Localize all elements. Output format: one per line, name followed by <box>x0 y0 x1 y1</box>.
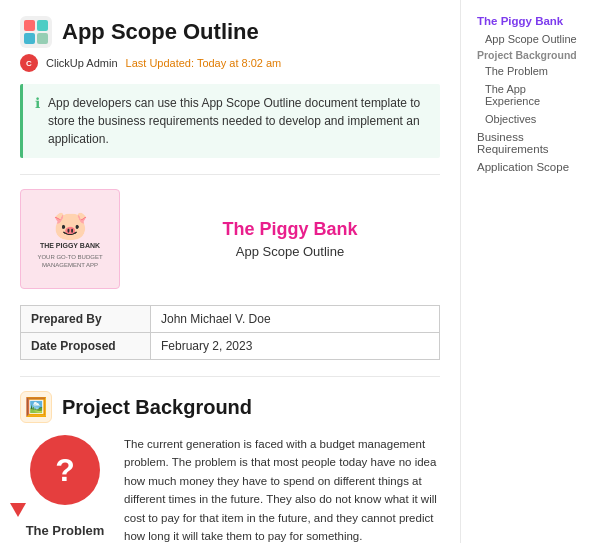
bubble-tail <box>10 503 26 517</box>
avatar: C <box>20 54 38 72</box>
table-label: Prepared By <box>21 306 151 333</box>
sidebar-item[interactable]: Objectives <box>471 110 590 128</box>
hero-subtitle: App Scope Outline <box>140 244 440 259</box>
main-content: App Scope Outline C ClickUp Admin Last U… <box>0 0 460 543</box>
table-row: Prepared ByJohn Michael V. Doe <box>21 306 440 333</box>
app-icon <box>20 16 52 48</box>
question-bubble: ? <box>30 435 100 505</box>
info-text: App developers can use this App Scope Ou… <box>48 94 428 148</box>
sidebar-item[interactable]: Project Background <box>471 43 583 64</box>
sidebar-item[interactable]: Business Requirements <box>471 128 590 158</box>
hero-image-title: THE PIGGY BANK <box>40 242 100 250</box>
project-bg-content: ? The Problem The current generation is … <box>20 435 440 543</box>
sidebar-item[interactable]: Application Scope <box>471 158 590 176</box>
divider-1 <box>20 174 440 175</box>
sidebar-item[interactable]: The Problem <box>471 62 590 80</box>
info-icon: ℹ <box>35 95 40 111</box>
problem-bubble-container: ? The Problem <box>20 435 110 538</box>
piggy-icon: 🐷 <box>53 209 88 242</box>
meta-row: C ClickUp Admin Last Updated: Today at 8… <box>20 54 440 72</box>
problem-description: The current generation is faced with a b… <box>124 435 440 543</box>
hero-image: 🐷 THE PIGGY BANK YOUR GO-TO BUDGET MANAG… <box>20 189 120 289</box>
divider-2 <box>20 376 440 377</box>
info-box: ℹ App developers can use this App Scope … <box>20 84 440 158</box>
meta-updated: Last Updated: Today at 8:02 am <box>126 57 282 69</box>
sidebar: The Piggy BankApp Scope OutlineProject B… <box>460 0 600 543</box>
table-label: Date Proposed <box>21 333 151 360</box>
hero-title: The Piggy Bank <box>140 219 440 240</box>
problem-text-1: The current generation is faced with a b… <box>124 435 440 543</box>
hero-section: 🐷 THE PIGGY BANK YOUR GO-TO BUDGET MANAG… <box>20 189 440 289</box>
table-value: John Michael V. Doe <box>151 306 440 333</box>
table-row: Date ProposedFebruary 2, 2023 <box>21 333 440 360</box>
info-table: Prepared ByJohn Michael V. DoeDate Propo… <box>20 305 440 360</box>
section-icon: 🖼️ <box>20 391 52 423</box>
meta-author: ClickUp Admin <box>46 57 118 69</box>
page-title: App Scope Outline <box>62 19 259 45</box>
hero-image-sub: YOUR GO-TO BUDGET MANAGEMENT APP <box>29 254 111 270</box>
page-header: App Scope Outline <box>20 16 440 48</box>
sidebar-item[interactable]: The Piggy Bank <box>471 12 590 30</box>
table-value: February 2, 2023 <box>151 333 440 360</box>
hero-text: The Piggy Bank App Scope Outline <box>140 219 440 259</box>
sidebar-item[interactable]: The App Experience <box>471 80 590 110</box>
problem-label: The Problem <box>26 523 105 538</box>
section-header: 🖼️ Project Background <box>20 391 440 423</box>
section-title: Project Background <box>62 396 252 419</box>
